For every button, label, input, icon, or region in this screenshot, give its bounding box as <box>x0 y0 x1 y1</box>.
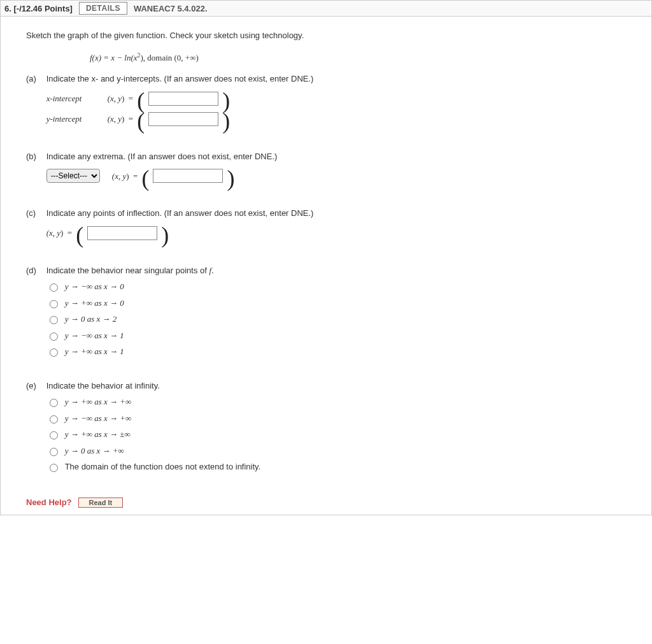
part-c-text: Indicate any points of inflection. (If a… <box>46 208 314 218</box>
question-number: 6. [-/12.46 Points] <box>4 4 73 13</box>
part-c: (c) Indicate any points of inflection. (… <box>26 207 632 247</box>
radio-d-3[interactable] <box>50 333 58 341</box>
option-e-2-label: y → +∞ as x → ±∞ <box>65 428 131 441</box>
open-paren-icon: ( <box>137 94 145 108</box>
part-c-label: (c) <box>26 207 44 220</box>
option-d-2-label: y → 0 as x → 2 <box>65 313 117 326</box>
option-e-0-label: y → +∞ as x → +∞ <box>65 396 132 408</box>
question-header: 6. [-/12.46 Points] DETAILS WANEAC7 5.4.… <box>0 0 652 17</box>
y-intercept-label: y-intercept <box>46 113 104 125</box>
option-e-4-label: The domain of the function does not exte… <box>65 461 261 473</box>
radio-e-3[interactable] <box>50 448 58 456</box>
radio-d-1[interactable] <box>50 300 58 308</box>
radio-e-0[interactable] <box>50 399 58 407</box>
option-e-2[interactable]: y → +∞ as x → ±∞ <box>46 428 627 441</box>
need-help-label: Need Help? <box>26 496 72 509</box>
option-e-1-label: y → −∞ as x → +∞ <box>65 412 132 425</box>
option-d-3[interactable]: y → −∞ as x → 1 <box>46 329 627 342</box>
part-e-label: (e) <box>26 380 44 392</box>
part-e-text: Indicate the behavior at infinity. <box>46 381 160 390</box>
x-intercept-row: x-intercept (x, y) = ( ) <box>46 92 627 106</box>
open-paren-icon: ( <box>141 172 149 186</box>
part-d-text: Indicate the behavior near singular poin… <box>46 266 214 275</box>
instruction-text: Sketch the graph of the given function. … <box>26 29 632 42</box>
x-intercept-input[interactable] <box>148 92 218 106</box>
radio-e-2[interactable] <box>50 431 58 440</box>
part-b-label: (b) <box>26 150 44 163</box>
extrema-row: ---Select--- (x, y) = ( ) <box>46 169 627 183</box>
inflection-input[interactable] <box>87 226 157 240</box>
close-paren-icon: ) <box>222 94 230 108</box>
close-paren-icon: ) <box>227 172 234 186</box>
function-formula: f(x) = x − ln(x2), domain (0, +∞) <box>90 51 632 64</box>
part-d-label: (d) <box>26 264 44 277</box>
xy-equals: (x, y) = <box>108 113 134 125</box>
part-d-options: y → −∞ as x → 0 y → +∞ as x → 0 y → 0 as… <box>46 280 627 358</box>
y-intercept-input[interactable] <box>148 112 218 126</box>
part-e-options: y → +∞ as x → +∞ y → −∞ as x → +∞ y → +∞… <box>46 396 627 473</box>
details-button[interactable]: DETAILS <box>79 2 127 15</box>
close-paren-icon: ) <box>161 229 169 243</box>
read-it-button[interactable]: Read It <box>78 497 124 508</box>
option-d-3-label: y → −∞ as x → 1 <box>65 329 124 342</box>
xy-equals: (x, y) = <box>112 170 138 183</box>
part-e: (e) Indicate the behavior at infinity. y… <box>26 380 632 477</box>
book-reference: WANEAC7 5.4.022. <box>134 4 208 13</box>
x-intercept-label: x-intercept <box>46 92 104 105</box>
option-e-0[interactable]: y → +∞ as x → +∞ <box>46 396 627 408</box>
option-d-1[interactable]: y → +∞ as x → 0 <box>46 297 627 310</box>
option-e-3-label: y → 0 as x → +∞ <box>65 445 124 457</box>
option-d-0-label: y → −∞ as x → 0 <box>65 280 124 293</box>
option-d-4-label: y → +∞ as x → 1 <box>65 345 124 358</box>
option-e-1[interactable]: y → −∞ as x → +∞ <box>46 412 627 425</box>
y-intercept-row: y-intercept (x, y) = ( ) <box>46 112 627 126</box>
extrema-input[interactable] <box>153 169 223 183</box>
option-e-3[interactable]: y → 0 as x → +∞ <box>46 445 627 457</box>
part-b: (b) Indicate any extrema. (If an answer … <box>26 150 632 190</box>
xy-equals: (x, y) = <box>46 227 73 240</box>
open-paren-icon: ( <box>137 115 145 129</box>
part-b-text: Indicate any extrema. (If an answer does… <box>46 152 278 161</box>
option-d-1-label: y → +∞ as x → 0 <box>65 297 124 310</box>
option-d-0[interactable]: y → −∞ as x → 0 <box>46 280 627 293</box>
inflection-row: (x, y) = ( ) <box>46 226 627 240</box>
option-d-4[interactable]: y → +∞ as x → 1 <box>46 345 627 358</box>
part-a: (a) Indicate the x- and y-intercepts. (I… <box>26 73 632 132</box>
radio-e-1[interactable] <box>50 415 58 424</box>
need-help-section: Need Help? Read It <box>26 496 632 509</box>
question-content: Sketch the graph of the given function. … <box>0 17 652 515</box>
part-a-text: Indicate the x- and y-intercepts. (If an… <box>46 74 314 83</box>
open-paren-icon: ( <box>76 229 83 243</box>
radio-d-4[interactable] <box>50 348 58 357</box>
part-a-label: (a) <box>26 73 44 85</box>
option-d-2[interactable]: y → 0 as x → 2 <box>46 313 627 326</box>
close-paren-icon: ) <box>222 115 230 129</box>
extrema-select[interactable]: ---Select--- <box>46 169 100 183</box>
radio-d-2[interactable] <box>50 316 58 324</box>
part-d: (d) Indicate the behavior near singular … <box>26 264 632 362</box>
radio-d-0[interactable] <box>50 283 58 292</box>
option-e-4[interactable]: The domain of the function does not exte… <box>46 461 627 473</box>
radio-e-4[interactable] <box>50 464 58 472</box>
xy-equals: (x, y) = <box>108 92 134 105</box>
